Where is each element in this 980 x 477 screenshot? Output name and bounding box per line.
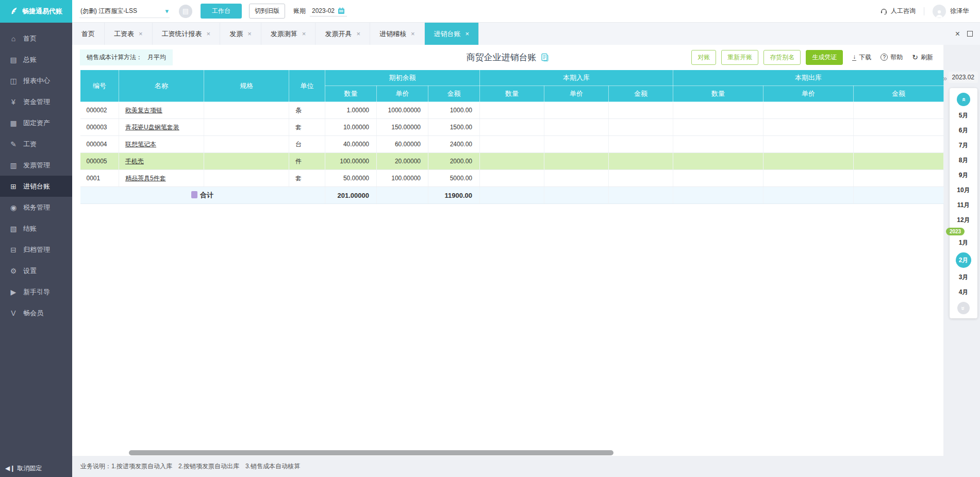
close-icon[interactable]: × <box>139 30 143 38</box>
month-item-dec[interactable]: 12月 <box>957 215 970 226</box>
unpin-icon: ◀❙ <box>5 465 15 472</box>
sidebar-item-guide[interactable]: ▶新手引导 <box>0 281 72 302</box>
sidebar-item-label: 新手引导 <box>23 287 50 297</box>
sidebar-item-funds[interactable]: ¥资金管理 <box>0 91 72 112</box>
sidebar-item-home[interactable]: ⌂首页 <box>0 28 72 49</box>
refresh-link[interactable]: ↻刷新 <box>912 53 933 62</box>
item-link[interactable]: 联想笔记本 <box>125 141 156 148</box>
month-item-feb-active[interactable]: 2月 <box>956 252 971 268</box>
month-item-mar[interactable]: 3月 <box>959 272 969 283</box>
refresh-icon: ↻ <box>912 54 918 60</box>
archive-icon: ⊟ <box>9 246 18 254</box>
generate-voucher-button[interactable]: 生成凭证 <box>806 50 843 65</box>
current-period-chip[interactable]: 2023.02 <box>949 72 978 83</box>
reopen-account-button[interactable]: 重新开账 <box>721 50 758 65</box>
cell-code: 000005 <box>80 153 119 170</box>
item-link[interactable]: 青花瓷U盘钢笔套装 <box>125 124 179 131</box>
notice-icon[interactable]: ▤ <box>179 5 192 18</box>
close-icon[interactable]: × <box>356 30 360 38</box>
sidebar-item-tax-mgmt[interactable]: ◉税务管理 <box>0 197 72 218</box>
total-amount: 11900.00 <box>428 187 480 204</box>
sub-header-qty: 数量 <box>325 86 377 102</box>
table-row[interactable]: 000004 联想笔记本 台 40.00000 60.00000 2400.00 <box>80 136 944 153</box>
item-link[interactable]: 欧美复古项链 <box>125 107 162 114</box>
period-picker[interactable]: 2023-02 <box>310 6 347 16</box>
close-icon[interactable]: × <box>466 30 470 38</box>
switch-old-version-button[interactable]: 切到旧版 <box>249 4 285 19</box>
tab-payroll-sheet[interactable]: 工资表× <box>105 23 153 45</box>
support-label: 人工咨询 <box>891 7 916 15</box>
table-row[interactable]: 0001 精品茶具5件套 套 50.00000 100.00000 5000.0… <box>80 170 944 187</box>
sidebar-item-purchase-sales-ledger[interactable]: ⊞进销台账 <box>0 176 72 197</box>
sidebar-item-report-center[interactable]: ◫报表中心 <box>0 70 72 91</box>
inventory-alias-button[interactable]: 存货别名 <box>763 50 801 65</box>
horizontal-scrollbar[interactable] <box>129 450 613 455</box>
logo-text: 畅捷通易代账 <box>22 7 62 16</box>
month-item-nov[interactable]: 11月 <box>957 200 970 211</box>
month-item-may[interactable]: 5月 <box>959 110 969 121</box>
tab-invoice-estimate[interactable]: 发票测算× <box>261 23 316 45</box>
close-icon[interactable]: × <box>207 30 211 38</box>
tab-home[interactable]: 首页 <box>72 23 105 45</box>
cell-opening-qty: 40.00000 <box>325 136 377 153</box>
month-item-jun[interactable]: 6月 <box>959 125 969 136</box>
support-button[interactable]: 人工咨询 <box>880 7 916 15</box>
fullscreen-icon[interactable] <box>967 31 973 37</box>
scroll-up-icon[interactable]: » <box>957 93 970 106</box>
month-item-jul[interactable]: 7月 <box>959 140 969 151</box>
sidebar-item-payroll[interactable]: ✎工资 <box>0 133 72 155</box>
help-icon: ? <box>881 54 888 61</box>
avatar[interactable] <box>933 5 946 18</box>
help-link[interactable]: ?帮助 <box>881 53 903 62</box>
table-row-highlighted[interactable]: 000005 手机壳 件 100.00000 20.00000 2000.00 <box>80 153 944 170</box>
total-price-empty <box>377 187 428 204</box>
month-item-jan[interactable]: 1月 <box>959 237 969 248</box>
month-item-aug[interactable]: 8月 <box>959 155 969 166</box>
sidebar-item-general-ledger[interactable]: ▤总账 <box>0 49 72 70</box>
item-link[interactable]: 手机壳 <box>125 158 144 165</box>
sidebar: ⌂首页 ▤总账 ◫报表中心 ¥资金管理 ▦固定资产 ✎工资 ▥发票管理 ⊞进销台… <box>0 23 72 477</box>
cell-out-amount <box>854 170 944 187</box>
tab-invoice[interactable]: 发票× <box>220 23 261 45</box>
reconcile-button[interactable]: 对账 <box>691 50 716 65</box>
panel-collapse-icon[interactable]: » <box>943 74 947 82</box>
cell-out-amount <box>854 136 944 153</box>
month-item-oct[interactable]: 10月 <box>957 185 970 196</box>
unpin-sidebar-button[interactable]: ◀❙取消固定 <box>0 459 72 477</box>
close-all-tabs-icon[interactable]: × <box>955 29 960 39</box>
cell-name: 精品茶具5件套 <box>119 170 204 187</box>
sidebar-item-invoice-mgmt[interactable]: ▥发票管理 <box>0 155 72 176</box>
item-link[interactable]: 精品茶具5件套 <box>125 175 166 182</box>
sub-header-qty: 数量 <box>673 86 763 102</box>
close-icon[interactable]: × <box>247 30 252 38</box>
download-link[interactable]: ↓下载 <box>852 53 871 62</box>
refresh-label: 刷新 <box>921 53 933 62</box>
headset-icon <box>880 7 888 15</box>
company-selector[interactable]: (勿删) 江西服宝-LSS ▾ <box>79 5 170 18</box>
tab-invoice-issue[interactable]: 发票开具× <box>315 23 370 45</box>
workbench-button[interactable]: 工作台 <box>201 4 242 19</box>
close-icon[interactable]: × <box>302 30 306 38</box>
table-row[interactable]: 000002 欧美复古项链 条 1.00000 1000.00000 1000.… <box>80 102 944 119</box>
tab-label: 工资统计报表 <box>162 29 202 39</box>
toolbar-actions: 对账 重新开账 存货别名 生成凭证 ↓下载 ?帮助 ↻刷新 <box>691 50 933 65</box>
month-item-sep[interactable]: 9月 <box>959 170 969 181</box>
month-item-apr[interactable]: 4月 <box>959 287 969 298</box>
sidebar-item-membership[interactable]: V畅会员 <box>0 302 72 323</box>
tab-payroll-report[interactable]: 工资统计报表× <box>153 23 221 45</box>
sidebar-item-archive[interactable]: ⊟归档管理 <box>0 239 72 260</box>
tab-purchase-sales-audit[interactable]: 进销稽核× <box>370 23 425 45</box>
sidebar-item-closing[interactable]: ▧结账 <box>0 218 72 239</box>
cell-in-qty <box>480 153 544 170</box>
scroll-down-icon[interactable]: » <box>957 302 970 314</box>
period-value: 2023-02 <box>312 7 335 14</box>
sidebar-item-settings[interactable]: ⚙设置 <box>0 260 72 281</box>
table-row[interactable]: 000003 青花瓷U盘钢笔套装 套 10.00000 150.00000 15… <box>80 119 944 136</box>
sidebar-item-fixed-assets[interactable]: ▦固定资产 <box>0 112 72 133</box>
document-icon[interactable] <box>541 53 550 62</box>
sidebar-item-label: 归档管理 <box>23 245 50 254</box>
close-icon[interactable]: × <box>411 30 415 38</box>
tab-purchase-sales-ledger[interactable]: 进销台账× <box>425 23 479 45</box>
username[interactable]: 徐泽华 <box>950 7 969 15</box>
cell-code: 000004 <box>80 136 119 153</box>
